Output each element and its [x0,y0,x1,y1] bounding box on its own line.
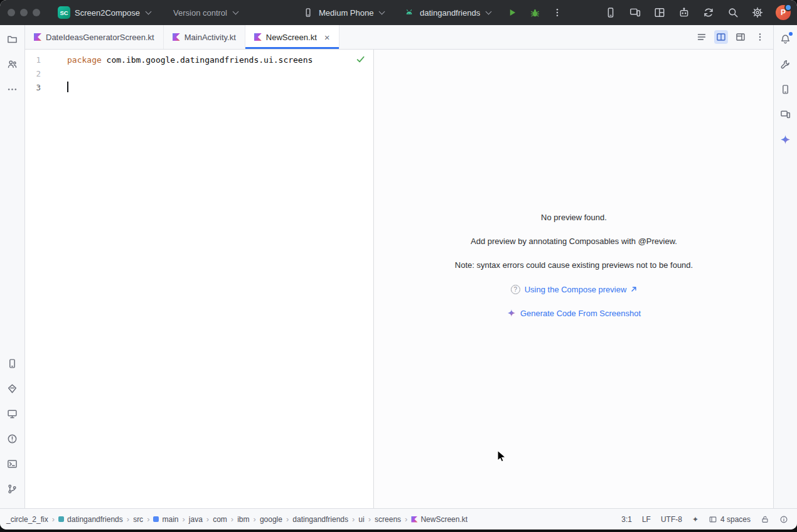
generate-code-link[interactable]: Generate Code From Screenshot [520,309,641,318]
run-play-icon[interactable] [506,6,518,19]
minimize-window-button[interactable] [20,9,28,16]
breadcrumb-label: main [162,515,178,524]
project-badge: SC [58,6,70,19]
preview-layout-icon[interactable] [734,30,747,44]
breadcrumb-separator: › [254,514,256,524]
line-number: 2 [26,69,41,78]
status-bar: _circle_2_fix›datingandfriends›src›main›… [0,508,797,529]
breadcrumb-label: google [260,515,282,524]
close-window-button[interactable] [8,9,15,16]
more-options-icon[interactable] [551,6,564,19]
more-vertical-icon[interactable] [753,30,767,44]
breadcrumb-item[interactable]: datingandfriends [292,515,348,524]
tab-label: NewScreen.kt [266,33,317,42]
device-explorer-icon[interactable] [778,106,794,122]
version-control-icon[interactable] [4,481,21,497]
layout-inspector-icon[interactable] [653,6,666,19]
preview-message-note: Note: syntax errors could cause existing… [455,260,693,270]
device-selector[interactable]: Medium Phone [302,0,384,25]
gemini-sparkle-icon [507,309,516,317]
logcat-icon[interactable] [4,405,21,422]
tab-mainactivity[interactable]: MainActivity.kt [164,25,245,49]
avatar[interactable]: P [776,5,791,20]
app-quality-insights-icon[interactable] [4,380,21,396]
project-selector[interactable]: SC Screen2Compose [58,0,151,25]
code-line: 2 [26,66,373,80]
help-icon[interactable]: ? [511,285,520,294]
breadcrumb-separator: › [127,514,129,524]
version-control-label: Version control [173,8,227,18]
gemini-sparkle-icon[interactable]: ✦ [692,515,698,524]
breadcrumb-item[interactable]: datingandfriends [58,515,123,524]
more-tool-windows-icon[interactable] [4,81,21,97]
ide-window: SC Screen2Compose Version control Medium… [0,0,797,529]
project-folder-icon[interactable] [4,31,21,47]
debug-bug-icon[interactable] [528,6,541,19]
compose-preview-help-link[interactable]: Using the Compose preview [525,285,627,294]
module-icon [58,516,64,522]
problems-icon[interactable] [4,430,21,447]
breadcrumb: _circle_2_fix›datingandfriends›src›main›… [0,514,468,524]
search-icon[interactable] [727,6,739,19]
kotlin-file-icon [254,33,262,41]
pull-requests-icon[interactable] [4,56,21,72]
zoom-window-button[interactable] [33,9,40,16]
settings-gear-icon[interactable] [751,6,764,19]
notifications-bell-icon[interactable] [778,31,794,47]
breadcrumb-item[interactable]: main [153,515,178,524]
editor-list-icon[interactable] [695,30,709,44]
unlock-icon[interactable] [761,515,769,524]
breadcrumb-item[interactable]: com [213,515,227,524]
info-icon[interactable] [779,515,788,524]
breadcrumb-separator: › [368,514,371,524]
title-bar: SC Screen2Compose Version control Medium… [0,0,797,25]
terminal-icon[interactable] [4,455,21,472]
breadcrumb-item[interactable]: _circle_2_fix [6,515,48,524]
gemini-icon[interactable] [778,131,794,147]
device-manager-icon[interactable] [778,81,794,97]
external-link-icon [631,286,637,292]
preview-message-title: No preview found. [541,213,607,223]
running-devices-icon[interactable] [629,6,641,19]
gradle-icon[interactable] [778,56,794,72]
breadcrumb-label: screens [375,515,401,524]
source-root-icon [153,516,159,522]
run-config-selector[interactable]: datingandfriends [403,0,491,25]
logcat-robot-icon[interactable] [678,6,690,19]
caret-position-widget[interactable]: 3:1 [621,515,632,524]
code-line: 1 package com.ibm.google.datingandfriend… [26,53,373,66]
chevron-down-icon [233,8,239,14]
breadcrumb-item[interactable]: java [189,515,203,524]
breadcrumb-item[interactable]: ibm [237,515,249,524]
breadcrumb-item[interactable]: src [133,515,143,524]
encoding-widget[interactable]: UTF-8 [661,515,682,524]
breadcrumb-item[interactable]: NewScreen.kt [411,515,468,524]
tab-label: DateIdeasGeneratorScreen.kt [46,33,154,42]
indent-widget[interactable]: 4 spaces [709,515,751,524]
breadcrumb-item[interactable]: ui [358,515,364,524]
version-control-menu[interactable]: Version control [173,0,238,25]
close-tab-icon[interactable]: × [324,33,330,42]
tab-newscreen[interactable]: NewScreen.kt × [245,25,340,49]
breadcrumb-label: NewScreen.kt [420,515,468,524]
split-editor-icon[interactable] [714,30,728,44]
compose-preview-help-row: ? Using the Compose preview [511,284,638,294]
breadcrumb-separator: › [405,514,407,524]
code-editor[interactable]: 1 package com.ibm.google.datingandfriend… [26,50,374,509]
breadcrumb-item[interactable]: google [260,515,282,524]
gradle-sync-icon[interactable] [702,6,715,19]
breadcrumb-item[interactable]: screens [375,515,401,524]
text-caret [67,82,68,92]
compose-preview-panel: No preview found. Add preview by annotat… [375,50,773,509]
indent-widget-icon [709,515,717,524]
device-manager-icon[interactable] [604,6,617,19]
tab-dateideasgeneratorscreen[interactable]: DateIdeasGeneratorScreen.kt [25,25,164,49]
running-devices-icon[interactable] [4,355,21,371]
breadcrumb-separator: › [52,514,55,524]
inspections-check-icon[interactable] [356,55,365,66]
line-ending-widget[interactable]: LF [642,515,651,524]
chevron-down-icon [486,8,492,14]
device-selector-label: Medium Phone [319,8,373,18]
breadcrumb-label: datingandfriends [67,515,123,524]
android-app-icon [403,6,415,19]
